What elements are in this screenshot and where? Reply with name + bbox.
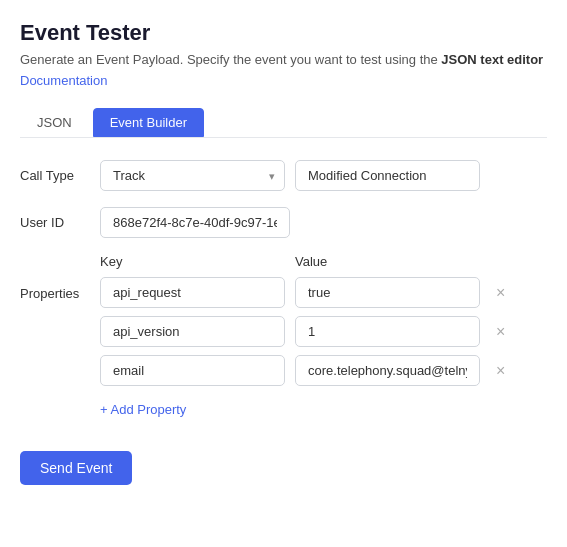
call-type-row: Call Type Track Identify Page Screen Gro… bbox=[20, 160, 547, 191]
remove-property-2[interactable]: × bbox=[490, 321, 511, 343]
tabs-container: JSON Event Builder bbox=[20, 108, 547, 138]
key-column-header: Key bbox=[100, 254, 285, 269]
call-type-select-wrapper: Track Identify Page Screen Group Alias ▾ bbox=[100, 160, 285, 191]
property-key-3[interactable] bbox=[100, 355, 285, 386]
call-type-select[interactable]: Track Identify Page Screen Group Alias bbox=[100, 160, 285, 191]
properties-label: Properties bbox=[20, 254, 90, 301]
modified-connection-input[interactable] bbox=[295, 160, 480, 191]
property-key-1[interactable] bbox=[100, 277, 285, 308]
property-row-3: × bbox=[100, 355, 547, 386]
page-title: Event Tester bbox=[20, 20, 547, 46]
send-event-button[interactable]: Send Event bbox=[20, 451, 132, 485]
property-value-2[interactable] bbox=[295, 316, 480, 347]
property-key-2[interactable] bbox=[100, 316, 285, 347]
subtitle-text: Generate an Event Payload. Specify the e… bbox=[20, 52, 441, 67]
properties-section: Properties Key Value × × × + Add Propert… bbox=[20, 254, 547, 421]
user-id-label: User ID bbox=[20, 215, 90, 230]
remove-property-3[interactable]: × bbox=[490, 360, 511, 382]
subtitle: Generate an Event Payload. Specify the e… bbox=[20, 52, 547, 67]
documentation-link[interactable]: Documentation bbox=[20, 73, 107, 88]
tab-event-builder[interactable]: Event Builder bbox=[93, 108, 204, 137]
property-row-2: × bbox=[100, 316, 547, 347]
user-id-input[interactable] bbox=[100, 207, 290, 238]
value-column-header: Value bbox=[295, 254, 480, 269]
remove-property-1[interactable]: × bbox=[490, 282, 511, 304]
add-property-button[interactable]: + Add Property bbox=[100, 398, 186, 421]
call-type-label: Call Type bbox=[20, 168, 90, 183]
properties-headers: Key Value bbox=[100, 254, 547, 269]
property-value-1[interactable] bbox=[295, 277, 480, 308]
property-value-3[interactable] bbox=[295, 355, 480, 386]
tab-json[interactable]: JSON bbox=[20, 108, 89, 137]
subtitle-highlight: JSON text editor bbox=[441, 52, 543, 67]
properties-body: Key Value × × × + Add Property bbox=[100, 254, 547, 421]
user-id-row: User ID bbox=[20, 207, 547, 238]
property-row-1: × bbox=[100, 277, 547, 308]
